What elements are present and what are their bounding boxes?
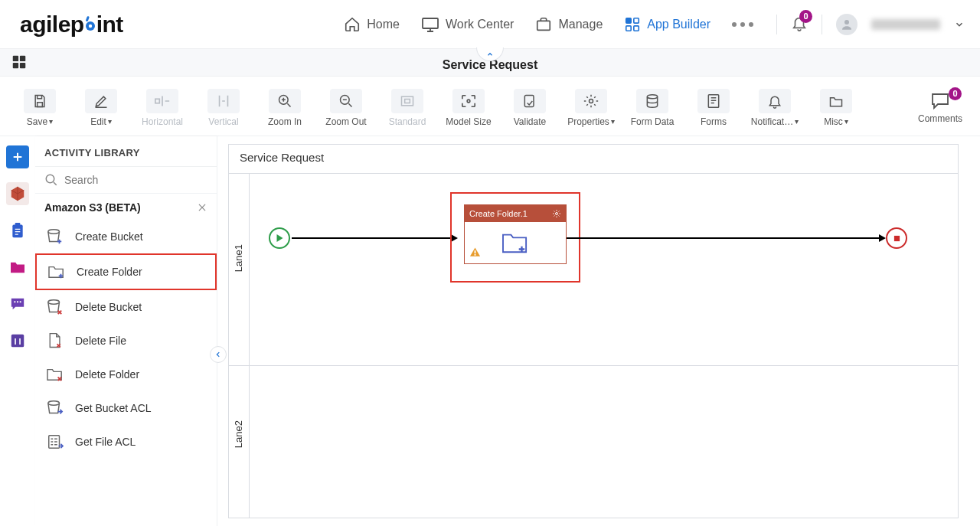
- canvas-wrap: Service Request Lane1 Lane2 Create Folde…: [217, 136, 980, 526]
- validate-button[interactable]: Validate: [501, 89, 559, 127]
- rail-folder[interactable]: [6, 256, 29, 279]
- file-acl-icon: [47, 433, 64, 450]
- file-delete-icon: [47, 332, 63, 349]
- chevron-left-icon: [214, 351, 222, 358]
- activity-label: Create Folder.1: [469, 209, 528, 218]
- plus-icon: [11, 151, 24, 163]
- gear-icon[interactable]: [552, 209, 561, 218]
- svg-rect-8: [634, 25, 639, 30]
- svg-point-30: [48, 300, 60, 305]
- user-avatar[interactable]: [836, 14, 858, 35]
- horizontal-button[interactable]: Horizontal: [133, 89, 191, 127]
- save-button[interactable]: Save▾: [11, 89, 69, 127]
- nav-manage[interactable]: Manage: [535, 16, 603, 33]
- properties-button[interactable]: Properties▾: [562, 89, 620, 127]
- chevron-down-icon[interactable]: [954, 19, 965, 30]
- notification-badge: 0: [799, 10, 812, 23]
- stop-icon: [893, 235, 900, 242]
- edit-button[interactable]: Edit▾: [72, 89, 130, 127]
- toolbar: Save▾ Edit▾ Horizontal Vertical Zoom In …: [0, 77, 980, 136]
- process-canvas[interactable]: Service Request Lane1 Lane2 Create Folde…: [228, 144, 959, 518]
- lib-item-delete-folder[interactable]: Delete Folder: [35, 358, 217, 391]
- standard-button[interactable]: Standard: [378, 89, 436, 127]
- lane-divider: [249, 173, 250, 518]
- svg-rect-11: [20, 56, 25, 61]
- folder-add-icon: [501, 230, 530, 255]
- top-nav: agilepint Home Work Center Manage App Bu…: [0, 0, 980, 49]
- start-node[interactable]: [269, 227, 290, 249]
- svg-point-29: [48, 230, 60, 234]
- left-rail: I I: [0, 136, 35, 526]
- svg-rect-5: [626, 18, 631, 22]
- align-vertical-icon: [217, 93, 230, 109]
- svg-point-28: [46, 175, 54, 183]
- box-icon: [9, 185, 26, 202]
- zoom-out-button[interactable]: Zoom Out: [317, 89, 375, 127]
- nav-app-builder-label: App Builder: [647, 18, 710, 31]
- forms-button[interactable]: Forms: [684, 89, 743, 127]
- svg-rect-18: [405, 99, 410, 103]
- svg-point-33: [556, 213, 558, 215]
- nav-home-label: Home: [367, 18, 400, 31]
- nav-more[interactable]: [732, 22, 753, 27]
- form-data-button[interactable]: Form Data: [623, 89, 681, 127]
- nav-work-center[interactable]: Work Center: [421, 16, 514, 33]
- lib-item-delete-file[interactable]: Delete File: [35, 324, 217, 358]
- svg-rect-2: [85, 16, 89, 21]
- lib-item-create-bucket[interactable]: Create Bucket: [35, 220, 217, 253]
- library-search[interactable]: [35, 167, 217, 194]
- library-group[interactable]: Amazon S3 (BETA): [35, 194, 217, 220]
- svg-rect-13: [20, 63, 25, 68]
- comments-badge: 0: [949, 87, 962, 100]
- model-size-button[interactable]: Model Size: [439, 89, 498, 127]
- caret-icon: ▾: [49, 117, 53, 126]
- comment-icon: [930, 92, 950, 110]
- rail-chat[interactable]: [6, 292, 29, 315]
- person-icon: [840, 18, 854, 31]
- rail-activities[interactable]: [6, 182, 29, 205]
- connector: [567, 237, 880, 239]
- library-title: ACTIVITY LIBRARY: [35, 136, 217, 167]
- svg-rect-36: [893, 235, 899, 240]
- activity-library: ACTIVITY LIBRARY Amazon S3 (BETA) Create…: [35, 136, 217, 526]
- lib-item-create-folder[interactable]: Create Folder: [35, 253, 217, 290]
- folder-icon: [9, 260, 26, 274]
- search-input[interactable]: [64, 174, 207, 186]
- lane-divider: [229, 173, 958, 174]
- svg-point-9: [844, 20, 849, 25]
- warning-icon: [469, 247, 481, 260]
- close-icon[interactable]: [197, 202, 207, 213]
- notifications-bell[interactable]: 0: [791, 15, 808, 34]
- rail-extensions[interactable]: I I: [6, 329, 29, 352]
- save-icon: [32, 93, 47, 109]
- rail-clipboard[interactable]: [6, 219, 29, 242]
- activity-create-folder[interactable]: Create Folder.1: [464, 204, 567, 264]
- lib-item-get-bucket-acl[interactable]: Get Bucket ACL: [35, 391, 217, 425]
- bucket-delete-icon: [46, 299, 64, 315]
- misc-button[interactable]: Misc▾: [807, 89, 865, 127]
- add-button[interactable]: [6, 145, 29, 168]
- zoom-in-button[interactable]: Zoom In: [256, 89, 314, 127]
- end-node[interactable]: [886, 227, 907, 249]
- svg-rect-12: [13, 63, 18, 68]
- bell-icon: [767, 93, 782, 109]
- comments-button[interactable]: 0 Comments: [911, 92, 969, 124]
- nav-home[interactable]: Home: [344, 16, 400, 33]
- arrow-head-icon: [879, 234, 886, 242]
- lane1-label: Lane1: [233, 244, 244, 272]
- collapse-library[interactable]: [210, 346, 227, 363]
- nav-app-builder[interactable]: App Builder: [624, 16, 710, 33]
- svg-point-21: [590, 99, 593, 103]
- lib-item-delete-bucket[interactable]: Delete Bucket: [35, 290, 217, 324]
- folder-icon: [828, 94, 844, 108]
- database-icon: [645, 93, 660, 109]
- fit-standard-icon: [400, 94, 415, 108]
- divider: [822, 15, 822, 34]
- subheader: Service Request: [0, 49, 980, 77]
- logo: agilepint: [20, 11, 123, 38]
- lib-item-get-file-acl[interactable]: Get File ACL: [35, 425, 217, 459]
- svg-rect-6: [634, 18, 639, 22]
- notifications-button[interactable]: Notificat…▾: [746, 89, 804, 127]
- app-grid-button[interactable]: [11, 54, 28, 74]
- vertical-button[interactable]: Vertical: [194, 89, 253, 127]
